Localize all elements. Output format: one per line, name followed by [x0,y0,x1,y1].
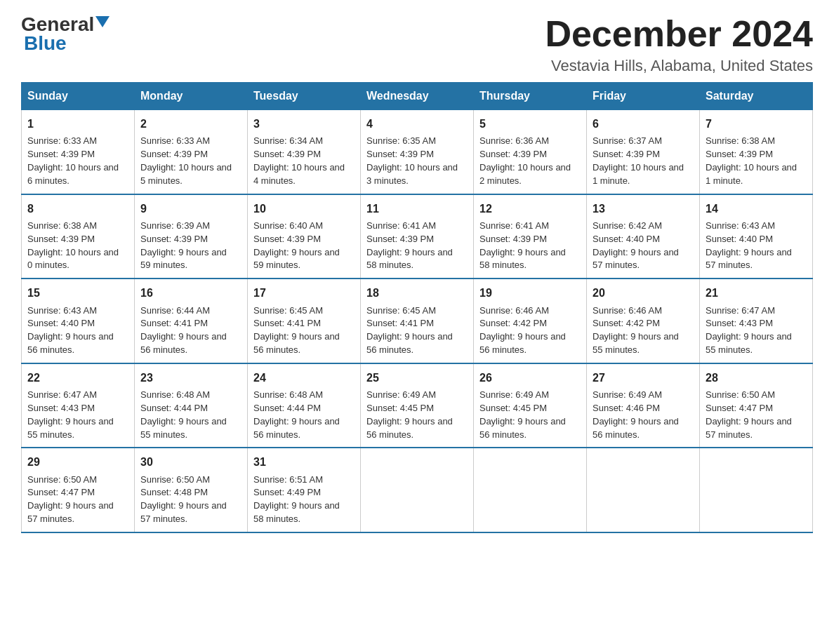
day-number: 7 [706,116,807,132]
calendar-cell [474,448,587,532]
calendar-cell: 3 Sunrise: 6:34 AM Sunset: 4:39 PM Dayli… [248,110,361,194]
title-section: December 2024 Vestavia Hills, Alabama, U… [545,14,813,75]
day-info: Sunrise: 6:33 AM Sunset: 4:39 PM Dayligh… [27,135,119,186]
col-header-wednesday: Wednesday [361,83,474,110]
calendar-cell: 8 Sunrise: 6:38 AM Sunset: 4:39 PM Dayli… [22,194,135,279]
calendar-cell: 9 Sunrise: 6:39 AM Sunset: 4:39 PM Dayli… [135,194,248,279]
calendar-cell: 30 Sunrise: 6:50 AM Sunset: 4:48 PM Dayl… [135,448,248,532]
calendar-cell: 18 Sunrise: 6:45 AM Sunset: 4:41 PM Dayl… [361,279,474,363]
calendar-cell: 31 Sunrise: 6:51 AM Sunset: 4:49 PM Dayl… [248,448,361,532]
day-number: 4 [366,116,468,132]
calendar-header-row: SundayMondayTuesdayWednesdayThursdayFrid… [22,83,813,110]
day-number: 14 [706,201,807,217]
calendar-cell: 23 Sunrise: 6:48 AM Sunset: 4:44 PM Dayl… [135,363,248,448]
day-info: Sunrise: 6:48 AM Sunset: 4:44 PM Dayligh… [140,389,227,440]
calendar-week-row: 8 Sunrise: 6:38 AM Sunset: 4:39 PM Dayli… [22,194,813,279]
day-info: Sunrise: 6:47 AM Sunset: 4:43 PM Dayligh… [706,305,792,356]
calendar-cell [361,448,474,532]
day-number: 29 [27,454,128,470]
calendar-cell: 19 Sunrise: 6:46 AM Sunset: 4:42 PM Dayl… [474,279,587,363]
day-info: Sunrise: 6:48 AM Sunset: 4:44 PM Dayligh… [253,389,340,440]
day-number: 17 [253,285,355,301]
day-info: Sunrise: 6:34 AM Sunset: 4:39 PM Dayligh… [253,135,345,186]
day-number: 30 [140,454,241,470]
col-header-tuesday: Tuesday [248,83,361,110]
col-header-friday: Friday [587,83,700,110]
day-info: Sunrise: 6:41 AM Sunset: 4:39 PM Dayligh… [479,220,566,271]
day-info: Sunrise: 6:51 AM Sunset: 4:49 PM Dayligh… [253,474,340,525]
day-info: Sunrise: 6:45 AM Sunset: 4:41 PM Dayligh… [366,305,453,356]
day-number: 2 [140,116,241,132]
day-number: 12 [479,201,581,217]
calendar-cell: 13 Sunrise: 6:42 AM Sunset: 4:40 PM Dayl… [587,194,700,279]
day-number: 3 [253,116,355,132]
day-info: Sunrise: 6:38 AM Sunset: 4:39 PM Dayligh… [706,135,797,186]
day-number: 13 [593,201,694,217]
calendar-week-row: 15 Sunrise: 6:43 AM Sunset: 4:40 PM Dayl… [22,279,813,363]
day-info: Sunrise: 6:50 AM Sunset: 4:47 PM Dayligh… [27,474,114,525]
day-number: 31 [253,454,355,470]
col-header-thursday: Thursday [474,83,587,110]
day-info: Sunrise: 6:50 AM Sunset: 4:48 PM Dayligh… [140,474,227,525]
calendar-cell: 22 Sunrise: 6:47 AM Sunset: 4:43 PM Dayl… [22,363,135,448]
day-info: Sunrise: 6:39 AM Sunset: 4:39 PM Dayligh… [140,220,227,271]
day-number: 18 [366,285,468,301]
calendar-week-row: 29 Sunrise: 6:50 AM Sunset: 4:47 PM Dayl… [22,448,813,532]
calendar-cell: 25 Sunrise: 6:49 AM Sunset: 4:45 PM Dayl… [361,363,474,448]
day-info: Sunrise: 6:37 AM Sunset: 4:39 PM Dayligh… [593,135,684,186]
day-number: 10 [253,201,355,217]
day-number: 24 [253,370,355,386]
day-info: Sunrise: 6:41 AM Sunset: 4:39 PM Dayligh… [366,220,453,271]
day-number: 11 [366,201,468,217]
day-number: 6 [593,116,694,132]
day-info: Sunrise: 6:45 AM Sunset: 4:41 PM Dayligh… [253,305,340,356]
day-info: Sunrise: 6:49 AM Sunset: 4:45 PM Dayligh… [479,389,566,440]
calendar-cell: 12 Sunrise: 6:41 AM Sunset: 4:39 PM Dayl… [474,194,587,279]
day-info: Sunrise: 6:43 AM Sunset: 4:40 PM Dayligh… [27,305,114,356]
calendar-cell: 10 Sunrise: 6:40 AM Sunset: 4:39 PM Dayl… [248,194,361,279]
calendar-cell: 2 Sunrise: 6:33 AM Sunset: 4:39 PM Dayli… [135,110,248,194]
calendar-cell: 20 Sunrise: 6:46 AM Sunset: 4:42 PM Dayl… [587,279,700,363]
calendar-cell: 1 Sunrise: 6:33 AM Sunset: 4:39 PM Dayli… [22,110,135,194]
col-header-monday: Monday [135,83,248,110]
day-number: 28 [706,370,807,386]
calendar-week-row: 1 Sunrise: 6:33 AM Sunset: 4:39 PM Dayli… [22,110,813,194]
calendar-cell: 29 Sunrise: 6:50 AM Sunset: 4:47 PM Dayl… [22,448,135,532]
col-header-sunday: Sunday [22,83,135,110]
calendar-cell: 14 Sunrise: 6:43 AM Sunset: 4:40 PM Dayl… [700,194,813,279]
calendar-cell: 5 Sunrise: 6:36 AM Sunset: 4:39 PM Dayli… [474,110,587,194]
day-info: Sunrise: 6:36 AM Sunset: 4:39 PM Dayligh… [479,135,571,186]
day-number: 9 [140,201,241,217]
calendar-cell: 4 Sunrise: 6:35 AM Sunset: 4:39 PM Dayli… [361,110,474,194]
logo: General Blue [21,14,110,55]
day-info: Sunrise: 6:40 AM Sunset: 4:39 PM Dayligh… [253,220,340,271]
calendar-cell: 24 Sunrise: 6:48 AM Sunset: 4:44 PM Dayl… [248,363,361,448]
day-info: Sunrise: 6:50 AM Sunset: 4:47 PM Dayligh… [706,389,792,440]
calendar-week-row: 22 Sunrise: 6:47 AM Sunset: 4:43 PM Dayl… [22,363,813,448]
day-number: 1 [27,116,128,132]
calendar-cell: 16 Sunrise: 6:44 AM Sunset: 4:41 PM Dayl… [135,279,248,363]
col-header-saturday: Saturday [700,83,813,110]
day-number: 8 [27,201,128,217]
location-subtitle: Vestavia Hills, Alabama, United States [545,57,813,75]
calendar-table: SundayMondayTuesdayWednesdayThursdayFrid… [21,82,813,533]
day-info: Sunrise: 6:49 AM Sunset: 4:46 PM Dayligh… [593,389,679,440]
calendar-cell: 6 Sunrise: 6:37 AM Sunset: 4:39 PM Dayli… [587,110,700,194]
calendar-cell: 26 Sunrise: 6:49 AM Sunset: 4:45 PM Dayl… [474,363,587,448]
day-info: Sunrise: 6:35 AM Sunset: 4:39 PM Dayligh… [366,135,458,186]
day-info: Sunrise: 6:44 AM Sunset: 4:41 PM Dayligh… [140,305,227,356]
day-number: 15 [27,285,128,301]
day-number: 22 [27,370,128,386]
logo-blue-text: Blue [24,32,67,54]
day-number: 21 [706,285,807,301]
day-info: Sunrise: 6:46 AM Sunset: 4:42 PM Dayligh… [593,305,679,356]
calendar-cell: 15 Sunrise: 6:43 AM Sunset: 4:40 PM Dayl… [22,279,135,363]
day-info: Sunrise: 6:49 AM Sunset: 4:45 PM Dayligh… [366,389,453,440]
day-number: 19 [479,285,581,301]
calendar-cell: 7 Sunrise: 6:38 AM Sunset: 4:39 PM Dayli… [700,110,813,194]
calendar-cell: 27 Sunrise: 6:49 AM Sunset: 4:46 PM Dayl… [587,363,700,448]
calendar-cell: 28 Sunrise: 6:50 AM Sunset: 4:47 PM Dayl… [700,363,813,448]
calendar-cell [587,448,700,532]
month-year-title: December 2024 [545,14,813,54]
page-header: General Blue December 2024 Vestavia Hill… [21,14,813,75]
